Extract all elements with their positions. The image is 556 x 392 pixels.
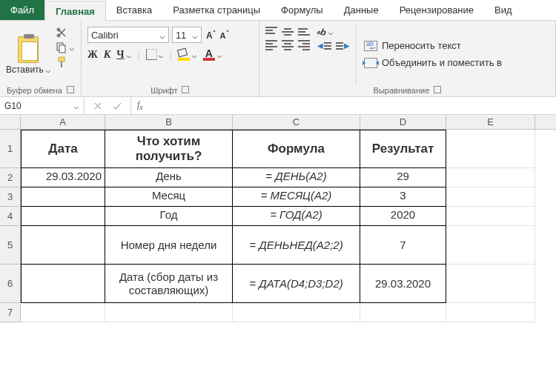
cell-D2[interactable]: 29 (360, 168, 446, 187)
cell-B2[interactable]: День (105, 168, 233, 187)
row-header-1[interactable]: 1 (0, 130, 21, 168)
cell-C1[interactable]: Формула (233, 130, 360, 168)
row-header-3[interactable]: 3 (0, 187, 21, 207)
borders-button[interactable] (146, 50, 164, 60)
tab-view[interactable]: Вид (484, 0, 523, 20)
chevron-down-icon[interactable] (69, 44, 75, 50)
cell-B5[interactable]: Номер дня недели (105, 226, 233, 265)
align-left-button[interactable] (265, 40, 277, 49)
col-header-E[interactable]: E (446, 115, 535, 129)
enter-formula-icon[interactable] (111, 100, 123, 112)
dialog-launcher-icon[interactable] (182, 86, 189, 93)
cell-C6[interactable]: = ДАТА(D4;D3;D2) (233, 265, 360, 303)
cell-E4[interactable] (446, 207, 535, 226)
decrease-indent-button[interactable]: ◀ (317, 41, 331, 50)
align-center-button[interactable] (282, 40, 294, 49)
col-header-A[interactable]: A (21, 115, 105, 129)
cell-A1[interactable]: Дата (21, 130, 105, 168)
dialog-launcher-icon[interactable] (434, 86, 441, 93)
row-header-5[interactable]: 5 (0, 226, 21, 265)
dialog-launcher-icon[interactable] (67, 86, 74, 93)
font-size-select[interactable]: 11 (172, 27, 202, 43)
chevron-down-icon[interactable] (126, 52, 132, 58)
cell-A4[interactable] (21, 207, 105, 226)
font-color-button[interactable]: А (203, 49, 222, 61)
merge-center-button[interactable]: Объединить и поместить в (364, 57, 502, 68)
row-header-2[interactable]: 2 (0, 168, 21, 187)
cell-C2[interactable]: = ДЕНЬ(A2) (233, 168, 360, 187)
chevron-down-icon[interactable] (45, 67, 51, 73)
col-header-B[interactable]: B (105, 115, 233, 129)
tab-review[interactable]: Рецензирование (389, 0, 484, 20)
align-bottom-button[interactable] (298, 27, 310, 36)
col-header-D[interactable]: D (360, 115, 446, 129)
row-header-7[interactable]: 7 (0, 303, 21, 322)
tab-pagelayout[interactable]: Разметка страницы (162, 0, 271, 20)
increase-indent-button[interactable]: ▶ (336, 41, 350, 50)
cell-C7[interactable] (233, 303, 360, 322)
underline-button[interactable]: Ч (116, 49, 131, 61)
copy-button[interactable] (56, 41, 75, 53)
col-header-C[interactable]: C (233, 115, 360, 129)
cell-C3[interactable]: = МЕСЯЦ(A2) (233, 187, 360, 207)
cell-D7[interactable] (360, 303, 446, 322)
align-middle-button[interactable] (282, 27, 294, 36)
cell-E6[interactable] (446, 265, 535, 303)
format-painter-button[interactable] (56, 56, 75, 68)
cell-E1[interactable] (446, 130, 535, 168)
select-all-corner[interactable] (0, 115, 21, 129)
cell-B6[interactable]: Дата (сбор даты из составляющих) (105, 265, 233, 303)
chevron-down-icon[interactable] (191, 52, 197, 58)
cell-B3[interactable]: Месяц (105, 187, 233, 207)
chevron-down-icon[interactable] (216, 52, 222, 58)
clipboard-icon[interactable] (18, 36, 39, 63)
cell-A3[interactable] (21, 187, 105, 207)
chevron-down-icon[interactable] (328, 29, 334, 35)
cell-E3[interactable] (446, 187, 535, 207)
cell-D1[interactable]: Результат (360, 130, 446, 168)
chevron-down-icon[interactable] (192, 32, 198, 38)
chevron-down-icon[interactable] (73, 103, 79, 109)
italic-button[interactable]: К (104, 49, 111, 61)
cancel-formula-icon[interactable] (92, 100, 104, 112)
cell-B4[interactable]: Год (105, 207, 233, 226)
cell-D3[interactable]: 3 (360, 187, 446, 207)
wrap-text-button[interactable]: Переносить текст (364, 40, 502, 51)
cell-C4[interactable]: = ГОД(A2) (233, 207, 360, 226)
row-header-6[interactable]: 6 (0, 265, 21, 303)
increase-font-button[interactable]: А˄ (205, 30, 217, 41)
cell-E7[interactable] (446, 303, 535, 322)
font-name-select[interactable]: Calibri (87, 27, 169, 43)
cell-D5[interactable]: 7 (360, 226, 446, 265)
align-right-button[interactable] (298, 40, 310, 49)
tab-data[interactable]: Данные (334, 0, 389, 20)
tab-formulas[interactable]: Формулы (271, 0, 334, 20)
decrease-font-button[interactable]: А˅ (219, 30, 231, 41)
cell-E2[interactable] (446, 168, 535, 187)
cell-A5[interactable] (21, 226, 105, 265)
small-a-icon: А (220, 30, 226, 39)
cell-B7[interactable] (105, 303, 233, 322)
orientation-button[interactable]: ab (317, 27, 350, 37)
cell-C5[interactable]: = ДЕНЬНЕД(A2;2) (233, 226, 360, 265)
paste-button[interactable]: Вставить (6, 64, 51, 75)
tab-insert[interactable]: Вставка (106, 0, 162, 20)
align-top-button[interactable] (265, 27, 277, 36)
tab-home[interactable]: Главная (44, 1, 106, 21)
cell-A7[interactable] (21, 303, 105, 322)
cell-E5[interactable] (446, 226, 535, 265)
name-box[interactable]: G10 (0, 97, 85, 114)
chevron-down-icon[interactable] (158, 52, 164, 58)
cell-A6[interactable] (21, 265, 105, 303)
row-header-4[interactable]: 4 (0, 207, 21, 226)
bold-button[interactable]: Ж (87, 49, 98, 61)
chevron-down-icon[interactable] (159, 32, 165, 38)
cell-B1[interactable]: Что хотим получить? (105, 130, 233, 168)
cut-button[interactable] (56, 27, 75, 39)
cell-D6[interactable]: 29.03.2020 (360, 265, 446, 303)
fx-icon[interactable]: fx (131, 99, 149, 111)
tab-file[interactable]: Файл (0, 0, 44, 20)
cell-A2[interactable]: 29.03.2020 (21, 168, 105, 187)
fill-color-button[interactable] (178, 49, 197, 61)
cell-D4[interactable]: 2020 (360, 207, 446, 226)
